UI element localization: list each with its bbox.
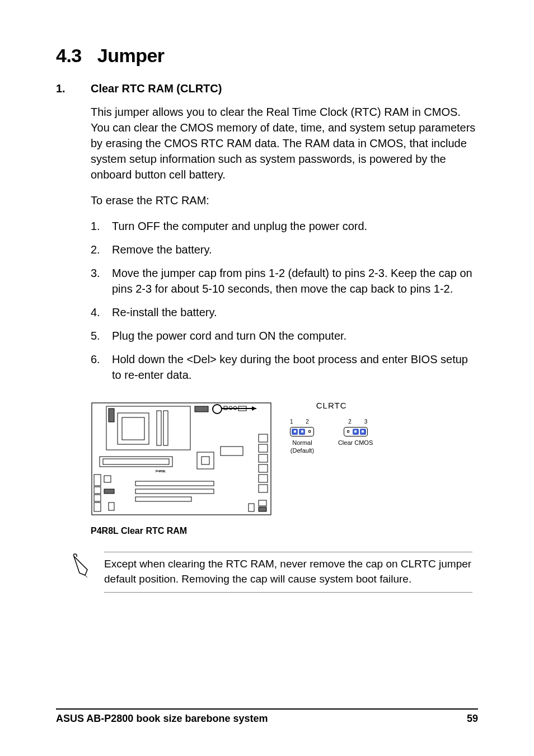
jumper-pins-icon [344,427,368,436]
step-number: 2. [91,242,112,257]
svg-rect-27 [135,489,214,494]
svg-line-39 [78,560,86,569]
pin-numbers: 1 2 [290,418,315,425]
svg-line-40 [85,575,87,577]
jumper-option-clear: 2 3 Clear CMOS [338,418,373,454]
svg-rect-30 [94,487,101,494]
svg-rect-3 [122,417,144,440]
step-row: 4. Re-install the battery. [91,304,478,320]
section-heading: 4.3Jumper [56,45,478,67]
step-number: 4. [91,304,112,320]
svg-rect-5 [163,411,168,445]
item-number: 1. [56,82,91,95]
jumper-option-name: Normal [290,439,315,447]
svg-rect-23 [221,447,243,456]
step-row: 1. Turn OFF the computer and unplug the … [91,218,478,234]
svg-rect-19 [259,475,268,482]
svg-rect-25 [103,459,169,464]
step-number: 3. [91,265,112,297]
step-text: Hold down the <Del> key during the boot … [112,351,478,383]
svg-rect-32 [94,503,101,511]
footer-title: ASUS AB-P2800 book size barebone system [56,713,268,725]
diagram-caption: P4R8L Clear RTC RAM [91,526,478,536]
svg-rect-28 [135,497,191,501]
step-number: 5. [91,328,112,344]
svg-rect-33 [104,476,111,482]
footer-page-number: 59 [467,713,478,725]
jumper-option-sub: (Default) [290,447,315,454]
paragraph-description: This jumper allows you to clear the Real… [91,104,478,182]
body-block: This jumper allows you to clear the Real… [91,104,478,383]
step-row: 3. Move the jumper cap from pins 1-2 (de… [91,265,478,297]
svg-rect-7 [195,406,208,412]
board-model-label: P4R8L [156,469,166,473]
svg-rect-29 [94,475,101,486]
svg-rect-22 [202,457,209,464]
svg-rect-15 [259,434,268,442]
step-number: 1. [91,218,112,234]
paragraph-intro: To erase the RTC RAM: [91,192,478,208]
svg-rect-6 [109,408,114,422]
step-text: Move the jumper cap from pins 1-2 (defau… [112,265,478,297]
page-footer: ASUS AB-P2800 book size barebone system … [56,708,478,725]
jumper-detail: CLRTC 1 2 Normal (Default) 2 3 C [290,396,373,454]
svg-rect-34 [104,489,114,494]
svg-rect-38 [259,507,266,511]
item-heading-row: 1. Clear RTC RAM (CLRTC) [56,82,478,95]
svg-rect-18 [259,464,268,472]
step-text: Re-install the battery. [112,304,478,320]
step-row: 2. Remove the battery. [91,242,478,257]
jumper-options: 1 2 Normal (Default) 2 3 Clear CMOS [290,418,373,454]
step-text: Plug the power cord and turn ON the comp… [112,328,478,344]
svg-marker-14 [252,406,256,411]
section-number: 4.3 [56,45,82,66]
jumper-option-normal: 1 2 Normal (Default) [290,418,315,454]
diagram-block: P4R8L CLRTC 1 2 [91,396,478,522]
svg-rect-17 [259,454,268,462]
jumper-label: CLRTC [290,401,373,410]
svg-point-8 [213,405,222,414]
svg-rect-4 [157,411,161,445]
note-pencil-icon [69,552,104,582]
step-row: 6. Hold down the <Del> key during the bo… [91,351,478,383]
svg-rect-36 [249,504,254,511]
step-row: 5. Plug the power cord and turn ON the c… [91,328,478,344]
step-text: Turn OFF the computer and unplug the pow… [112,218,478,234]
svg-rect-21 [197,452,214,469]
svg-rect-20 [259,485,268,492]
jumper-option-name: Clear CMOS [338,439,373,447]
step-text: Remove the battery. [112,242,478,257]
section-title-text: Jumper [97,45,165,66]
jumper-pins-icon [290,427,314,436]
note-block: Except when clearing the RTC RAM, never … [69,552,472,593]
note-text: Except when clearing the RTC RAM, never … [104,557,472,586]
svg-rect-26 [135,481,214,486]
svg-rect-31 [94,495,101,501]
pin-numbers: 2 3 [338,418,373,425]
svg-rect-35 [109,503,114,510]
step-number: 6. [91,351,112,383]
svg-rect-16 [259,444,268,452]
item-title: Clear RTC RAM (CLRTC) [91,82,222,95]
svg-rect-24 [100,457,172,467]
note-box: Except when clearing the RTC RAM, never … [104,552,472,593]
motherboard-diagram: P4R8L [91,396,281,522]
svg-rect-37 [259,500,266,506]
